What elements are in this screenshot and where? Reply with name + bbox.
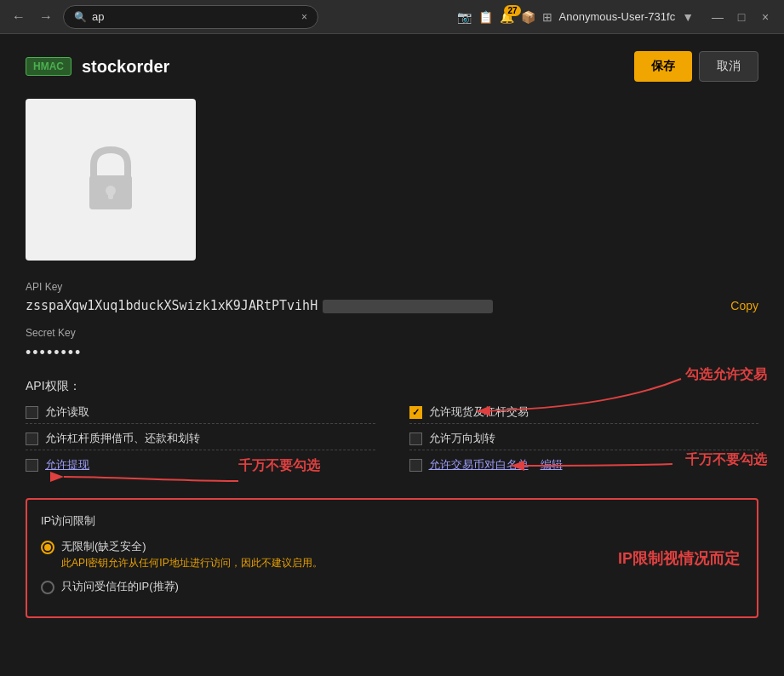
perm-withdraw: 允许提现 [26,457,375,473]
address-bar: 🔍 × [63,5,318,29]
minimize-button[interactable]: — [707,7,728,27]
page-title-group: HMAC stockorder [26,57,169,77]
main-content: HMAC stockorder 保存 取消 API Key zsspaXqw1X… [0,34,784,635]
maximize-button[interactable]: □ [731,7,752,27]
secret-key-value: •••••••• [26,344,758,362]
perm-margin-label: 允许杠杆质押借币、还款和划转 [45,431,200,446]
lock-image-container [26,99,196,261]
window-controls: — □ × [707,7,775,27]
user-label: Anonymous-User-731fc [559,10,676,23]
perm-margin-checkbox[interactable] [26,433,38,445]
notification-count: 27 [504,5,520,16]
api-key-row: zsspaXqw1Xuq1bduckXSwizk1xK9JARtPTvihH C… [26,298,758,313]
perm-margin-borrow: 允许杠杆质押借币、还款和划转 [26,431,375,446]
ip-unrestricted-radio[interactable] [41,541,54,554]
ip-restriction-box: IP访问限制 无限制(缺乏安全) 此API密钥允许从任何IP地址进行访问，因此不… [26,498,758,618]
back-button[interactable]: ← [9,7,29,27]
search-icon: 🔍 [74,11,87,23]
ip-restriction-title: IP访问限制 [41,513,743,529]
ip-unrestricted-content: 无限制(缺乏安全) 此API密钥允许从任何IP地址进行访问，因此不建议启用。 [61,539,323,570]
permissions-label: API权限： [26,379,758,394]
perm-universal-label: 允许万向划转 [429,431,495,446]
copy-button[interactable]: Copy [730,299,758,312]
perm-spot-margin-label: 允许现货及杠杆交易 [429,404,529,420]
ip-restriction-annotation: IP限制视情况而定 [618,548,740,569]
secret-key-label: Secret Key [26,327,758,339]
ip-unrestricted-sub: 此API密钥允许从任何IP地址进行访问，因此不建议启用。 [61,556,323,570]
page-header: HMAC stockorder 保存 取消 [26,51,758,82]
perm-whitelist-label: 允许交易币对白名单 [429,457,529,473]
close-button[interactable]: × [755,7,775,27]
page-title: stockorder [82,57,169,77]
annotation-allow-trade: 勾选允许交易 [685,366,767,384]
forward-button[interactable]: → [36,7,56,27]
svg-rect-2 [108,191,113,199]
browser-chrome: ← → 🔍 × 📷 📋 🔔 27 📦 ⊞ Anonymous-User-731f… [0,0,784,34]
permissions-outer: 允许读取 允许杠杆质押借币、还款和划转 允许提现 [26,404,758,473]
browser-actions: 📷 📋 🔔 27 📦 ⊞ Anonymous-User-731fc ▼ [457,10,694,24]
ip-unrestricted-label: 无限制(缺乏安全) [61,539,323,554]
api-key-value: zsspaXqw1Xuq1bduckXSwizk1xK9JARtPTvihH [26,298,717,313]
notification-icon[interactable]: 🔔 27 [500,10,514,24]
perm-read-label: 允许读取 [45,404,89,420]
perm-spot-margin-checkbox[interactable] [409,406,422,419]
ip-trusted-option: 只访问受信任的IP(推荐) [41,579,743,594]
perm-spot-margin: 允许现货及杠杆交易 [409,404,759,420]
ip-trusted-radio[interactable] [41,581,54,594]
camera-icon: 📷 [457,10,472,24]
perm-read: 允许读取 [26,404,375,420]
hmac-badge: HMAC [26,57,72,76]
perm-read-checkbox[interactable] [26,406,38,419]
lock-icon [77,141,145,218]
save-button[interactable]: 保存 [634,51,692,82]
address-input[interactable] [92,10,296,23]
api-key-label: API Key [26,281,758,293]
ip-trusted-label: 只访问受信任的IP(推荐) [61,579,179,594]
perm-col-left: 允许读取 允许杠杆质押借币、还款和划转 允许提现 [26,404,375,473]
perm-universal-transfer: 允许万向划转 [409,431,759,446]
annotation-no-select-left: 千万不要勾选 [238,457,320,475]
perm-withdraw-label: 允许提现 [45,457,89,473]
perm-whitelist-edit[interactable]: 编辑 [541,457,563,473]
permissions-grid: 允许读取 允许杠杆质押借币、还款和划转 允许提现 [26,404,758,473]
perm-withdraw-checkbox[interactable] [26,459,38,472]
cancel-button[interactable]: 取消 [699,51,758,82]
close-tab-icon[interactable]: × [301,11,307,23]
grid-icon: ⊞ [542,10,552,24]
annotation-no-select-right: 千万不要勾选 [685,451,767,469]
api-key-masked [323,300,493,313]
perm-whitelist-checkbox[interactable] [409,459,422,472]
package-icon: 📦 [521,10,535,24]
user-dropdown-icon[interactable]: ▼ [682,10,694,24]
perm-universal-checkbox[interactable] [409,433,422,445]
header-buttons: 保存 取消 [634,51,758,82]
clipboard-icon: 📋 [478,10,493,24]
